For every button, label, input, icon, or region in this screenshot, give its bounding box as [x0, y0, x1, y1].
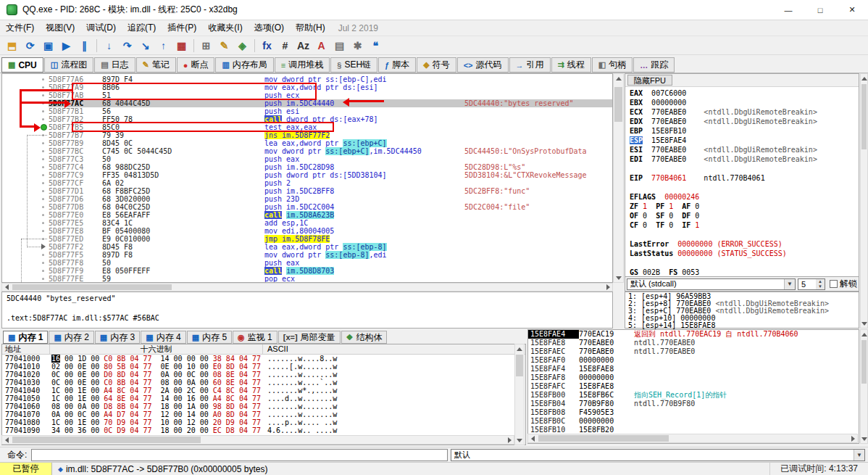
- instruction-gutter[interactable]: [2, 227, 49, 235]
- instruction-dot[interactable]: [42, 158, 44, 160]
- highlight-icon[interactable]: A: [312, 38, 330, 54]
- instruction-gutter[interactable]: [2, 139, 49, 147]
- stack-row-15E8FB00[interactable]: 15E8FB0015E8FB6C指向SEH_Record[1]的指针: [528, 391, 859, 400]
- instruction-dot[interactable]: [42, 174, 44, 176]
- register-line[interactable]: [630, 183, 854, 192]
- instruction-dot[interactable]: [42, 182, 44, 184]
- breakpoint-dot[interactable]: [41, 124, 47, 131]
- dump-row-77041000[interactable]: 7704100016 00 1D 00 C0 8B 04 77 14 00 00…: [2, 355, 525, 363]
- register-line[interactable]: LastStatus 00000000 (STATUS_SUCCESS): [630, 249, 854, 258]
- register-line[interactable]: EFLAGS 00000246: [630, 192, 854, 202]
- scroll-down-arrow[interactable]: [614, 273, 623, 282]
- instruction-gutter[interactable]: [2, 259, 49, 267]
- scroll-right-arrow[interactable]: [604, 284, 612, 291]
- tab-dump-1[interactable]: ▦内存 1: [3, 331, 48, 344]
- tab-dump-2[interactable]: ▦内存 2: [49, 331, 93, 344]
- stop-icon[interactable]: ▣: [39, 38, 57, 54]
- settings-icon[interactable]: ✱: [349, 38, 367, 54]
- disasm-row-5D8F77F5[interactable]: 5D8F77F5897D F8mov dword ptr ss:[ebp-8],…: [2, 251, 612, 259]
- trace-into-icon[interactable]: ↘: [136, 38, 154, 54]
- disasm-row-5D8F77CF[interactable]: 5D8F77CF6A 02push 2: [2, 179, 612, 187]
- disasm-row-5D8F77FE[interactable]: 5D8F77FE59pop ecx: [2, 275, 612, 283]
- disasm-row-5D8F77B7[interactable]: 5D8F77B779 39jns im.5D8F77F2: [2, 131, 612, 139]
- dump-row-77041050[interactable]: 770410501C 00 1E 00 64 8E 04 77 14 00 16…: [2, 395, 525, 402]
- instruction-gutter[interactable]: [2, 91, 49, 99]
- stack-horizontal-scrollbar[interactable]: [527, 434, 858, 443]
- instruction-dot[interactable]: [42, 190, 44, 192]
- instruction-dot[interactable]: [42, 214, 44, 216]
- register-line[interactable]: EIP 770B4061 ntdll.770B4061: [630, 173, 854, 183]
- hash-icon[interactable]: #: [276, 38, 294, 54]
- disasm-row-5D8F77D6[interactable]: 5D8F77D668 3D020000push 23D: [2, 195, 612, 203]
- instruction-dot[interactable]: [42, 166, 44, 168]
- tab-graph[interactable]: ◫流程图: [44, 57, 93, 73]
- tab-threads[interactable]: ⇉线程: [551, 57, 591, 73]
- tab-memory-map[interactable]: ▥内存布局: [215, 57, 273, 73]
- stack-vertical-scrollbar[interactable]: [860, 329, 868, 444]
- disasm-row-5D8F77F9[interactable]: 5D8F77F9E8 050FFEFFcall im.5D8D8703: [2, 267, 612, 275]
- register-line[interactable]: EDX 770EABE0 <ntdll.DbgUiRemoteBreakin>: [630, 117, 854, 126]
- menu-trace[interactable]: 追踪(T): [122, 20, 162, 36]
- stack-pane[interactable]: 15E8FAE4770EAC19返回到 ntdll.770EAC19 自 ntd…: [527, 329, 859, 444]
- windows-icon[interactable]: ⊞: [197, 38, 215, 54]
- instruction-dot[interactable]: [42, 198, 44, 200]
- register-line[interactable]: LastError 00000000 (ERROR_SUCCESS): [630, 239, 854, 249]
- disasm-horizontal-scrollbar[interactable]: [1, 283, 613, 292]
- instruction-dot[interactable]: [42, 270, 44, 272]
- menu-view[interactable]: 视图(V): [40, 20, 80, 36]
- args-count-spinner[interactable]: 5 ▲▼: [798, 278, 825, 290]
- stack-row-15E8FAF4[interactable]: 15E8FAF415E8FAE8: [528, 365, 859, 373]
- disasm-row-5D8F77C4[interactable]: 5D8F77C468 988DC25Dpush im.5DC28D985DC28…: [2, 163, 612, 171]
- instruction-dot[interactable]: [42, 150, 44, 152]
- dump-row-77041010[interactable]: 7704101002 00 0E 00 80 5B 04 77 0E 00 10…: [2, 363, 525, 371]
- menu-options[interactable]: 选项(O): [249, 20, 290, 36]
- stack-row-15E8FAF8[interactable]: 15E8FAF800000000: [528, 373, 859, 382]
- stack-row-15E8FB08[interactable]: 15E8FB08F45905E3: [528, 408, 859, 417]
- menu-favourites[interactable]: 收藏夹(I): [202, 20, 248, 36]
- run-icon[interactable]: ▶: [57, 38, 75, 54]
- tab-references[interactable]: →引用: [509, 57, 551, 73]
- tab-source[interactable]: <>源代码: [457, 57, 509, 73]
- open-file-icon[interactable]: ⬒: [3, 38, 21, 54]
- register-line[interactable]: [630, 230, 854, 239]
- font-icon[interactable]: Az: [294, 38, 312, 54]
- calculator-icon[interactable]: ▤: [330, 38, 349, 54]
- tab-watch-1[interactable]: ◉监视 1: [233, 331, 277, 344]
- tab-struct[interactable]: ❖结构体: [341, 331, 388, 344]
- instruction-dot[interactable]: [42, 206, 44, 208]
- disasm-row-5D8F77AC[interactable]: 5D8F77AC68 4044C45Dpush im.5DC444405DC44…: [2, 99, 612, 107]
- tab-notes[interactable]: ✎笔记: [136, 57, 176, 73]
- menu-debug[interactable]: 调试(D): [80, 20, 122, 36]
- stack-row-15E8FAEC[interactable]: 15E8FAEC770EABE0ntdll.770EABE0: [528, 347, 859, 356]
- minimize-button[interactable]: —: [772, 0, 804, 20]
- instruction-gutter[interactable]: [2, 75, 49, 83]
- tab-breakpoints[interactable]: ●断点: [177, 57, 215, 73]
- register-line[interactable]: ESP 15E8FAE4: [630, 136, 854, 145]
- instruction-dot[interactable]: [42, 230, 44, 232]
- tab-log[interactable]: ▤日志: [94, 57, 135, 73]
- register-line[interactable]: EBX 00000000: [630, 98, 854, 107]
- instruction-dot[interactable]: [42, 278, 44, 280]
- restart-icon[interactable]: ⟳: [21, 38, 39, 54]
- unlock-checkbox[interactable]: 解锁: [830, 278, 857, 290]
- calling-convention-select[interactable]: 默认 (stdcall) ▼: [627, 278, 796, 290]
- step-over-icon[interactable]: ↷: [118, 38, 136, 54]
- dump-row-77041090[interactable]: 7704109034 00 36 00 0C D9 04 77 18 00 20…: [2, 426, 525, 434]
- register-line[interactable]: OF 0 SF 0 DF 0: [630, 211, 854, 220]
- stack-row-15E8FAF0[interactable]: 15E8FAF000000000: [528, 356, 859, 365]
- instruction-gutter[interactable]: [2, 211, 49, 219]
- instruction-gutter[interactable]: [2, 267, 49, 275]
- instruction-dot[interactable]: [42, 142, 44, 144]
- menu-plugins[interactable]: 插件(P): [162, 20, 202, 36]
- tab-dump-3[interactable]: ▦内存 3: [95, 331, 140, 344]
- disasm-row-5D8F77E0[interactable]: 5D8F77E0E8 56EAFAFFcall im.5D8A623B: [2, 211, 612, 219]
- instruction-dot[interactable]: [42, 78, 44, 80]
- tab-locals[interactable]: [x=]局部变量: [278, 331, 341, 344]
- instruction-dot[interactable]: [42, 262, 44, 264]
- register-line[interactable]: [630, 258, 854, 268]
- shield-icon[interactable]: ◈: [233, 38, 251, 54]
- stack-row-15E8FAE8[interactable]: 15E8FAE8770EABE0ntdll.770EABE0: [528, 339, 859, 347]
- run-to-return-icon[interactable]: ↑: [154, 38, 172, 54]
- stack-row-15E8FB04[interactable]: 15E8FB04770B9F80ntdll.770B9F80: [528, 400, 859, 408]
- disassembly-pane[interactable]: 5D8F77A6897D F4mov dword ptr ss:[ebp-C],…: [1, 73, 613, 283]
